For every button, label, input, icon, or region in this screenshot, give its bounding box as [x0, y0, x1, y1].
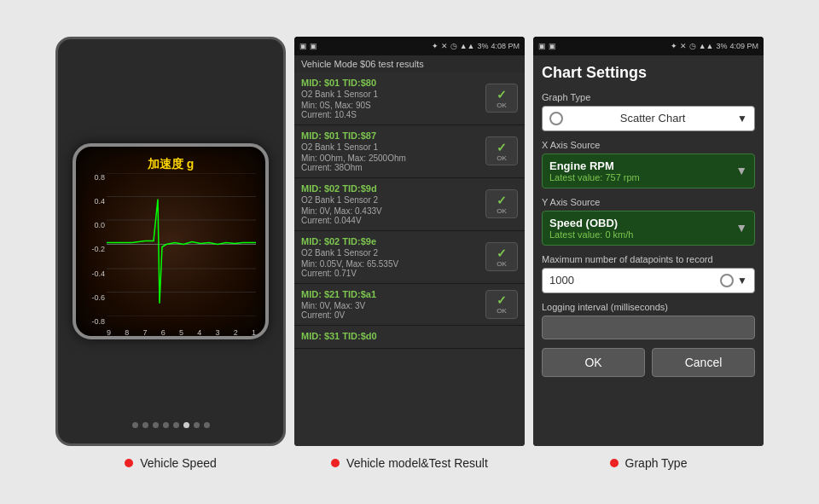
test-item-3-mid: MID: $02 TID:$9d	[301, 183, 480, 194]
x-axis-dropdown[interactable]: Engine RPM Latest value: 757 rpm ▼	[542, 154, 755, 188]
y-label-m02: -0.2	[91, 245, 105, 253]
ok-btn-3[interactable]: ✓ OK	[485, 189, 518, 218]
ok-btn-2[interactable]: ✓ OK	[485, 136, 518, 165]
y-label-m08: -0.8	[91, 317, 105, 326]
screen3-battery-text: 3%	[716, 42, 727, 50]
status-icon-2: ▣	[310, 42, 317, 50]
screen3-status-right: ✦ ✕ ◷ ▲▲ 3% 4:09 PM	[671, 42, 758, 50]
screen3-status-bar: ▣ ▣ ✦ ✕ ◷ ▲▲ 3% 4:09 PM	[533, 37, 764, 55]
caption-row: Vehicle Speed Vehicle model&Test Result …	[0, 449, 819, 477]
screen3-icon-2: ▣	[549, 42, 556, 50]
ok-label-4: OK	[497, 260, 507, 268]
graph-type-dropdown[interactable]: Scatter Chart ▼	[542, 106, 755, 131]
ok-check-3: ✓	[497, 194, 507, 207]
y-label-m06: -0.6	[91, 293, 105, 302]
max-datapoints-right: ▼	[720, 274, 747, 287]
main-container: 加速度 g 0.8 0.4 0.0 -0.2 -0.4 -0.6 -0.8	[0, 0, 819, 504]
y-label-08: 0.8	[94, 173, 105, 182]
test-item-5-values: Min: 0V, Max: 3VCurrent: 0V	[301, 301, 480, 320]
caption-2: Vehicle model&Test Result	[294, 456, 525, 470]
dot-5	[173, 422, 179, 428]
ok-check-4: ✓	[497, 246, 507, 260]
chart-settings-content: Chart Settings Graph Type Scatter Chart …	[533, 55, 764, 446]
test-item-4-sub: O2 Bank 1 Sensor 2	[301, 248, 480, 258]
test-item-2-sub: O2 Bank 1 Sensor 1	[301, 142, 480, 152]
graph-type-radio	[549, 112, 563, 125]
dot-7	[194, 422, 200, 428]
graph-type-label: Graph Type	[542, 92, 755, 102]
screens-row: 加速度 g 0.8 0.4 0.0 -0.2 -0.4 -0.6 -0.8	[0, 28, 819, 446]
test-item-1-left: MID: $01 TID:$80 O2 Bank 1 Sensor 1 Min:…	[301, 78, 480, 119]
battery-text: 3%	[477, 42, 488, 50]
screen3-wifi-icon: ✕	[680, 42, 687, 50]
ok-label-5: OK	[497, 307, 507, 315]
signal-icon: ▲▲	[460, 42, 475, 50]
test-item-6-left: MID: $31 TID:$d0	[301, 331, 518, 343]
screen2-test-result: ▣ ▣ ✦ ✕ ◷ ▲▲ 3% 4:08 PM Vehicle Mode $06…	[294, 37, 525, 446]
test-item-1: MID: $01 TID:$80 O2 Bank 1 Sensor 1 Min:…	[294, 72, 525, 125]
graph-type-value: Scatter Chart	[620, 112, 686, 125]
max-datapoints-value: 1000	[549, 274, 574, 287]
alarm-icon: ◷	[450, 42, 457, 50]
caption-text-3: Graph Type	[625, 456, 688, 470]
ok-check-5: ✓	[497, 293, 507, 307]
status-right: ✦ ✕ ◷ ▲▲ 3% 4:08 PM	[432, 42, 520, 50]
screen3-alarm-icon: ◷	[689, 42, 696, 50]
dot-4	[163, 422, 169, 428]
test-item-4: MID: $02 TID:$9e O2 Bank 1 Sensor 2 Min:…	[294, 231, 525, 284]
ok-btn-5[interactable]: ✓ OK	[485, 290, 518, 319]
test-item-3: MID: $02 TID:$9d O2 Bank 1 Sensor 2 Min:…	[294, 178, 525, 231]
chart-area: 0.8 0.4 0.0 -0.2 -0.4 -0.6 -0.8	[85, 173, 256, 327]
logging-interval-label: Logging interval (milliseconds)	[542, 302, 755, 312]
caption-text-2: Vehicle model&Test Result	[346, 456, 488, 470]
max-datapoints-label: Maximum number of datapoints to record	[542, 254, 755, 264]
max-datapoints-dropdown[interactable]: 1000 ▼	[542, 268, 755, 293]
max-datapoints-arrow-icon: ▼	[737, 275, 747, 287]
caption-text-1: Vehicle Speed	[140, 456, 217, 470]
test-item-2-mid: MID: $01 TID:$87	[301, 130, 480, 141]
screen3-bluetooth-icon: ✦	[671, 42, 677, 50]
caption-dot-1	[125, 459, 133, 467]
y-axis-dropdown[interactable]: Speed (OBD) Latest value: 0 km/h ▼	[542, 211, 755, 246]
caption-dot-2	[331, 459, 340, 467]
graph-type-arrow-icon: ▼	[737, 113, 747, 125]
chart-label: 加速度 g	[148, 157, 194, 172]
logging-interval-input[interactable]	[542, 316, 755, 339]
test-item-4-mid: MID: $02 TID:$9e	[301, 236, 480, 246]
chart-settings-title: Chart Settings	[542, 64, 755, 82]
test-item-6-mid: MID: $31 TID:$d0	[301, 331, 518, 341]
screen1-vehicle-speed: 加速度 g 0.8 0.4 0.0 -0.2 -0.4 -0.6 -0.8	[55, 37, 286, 446]
status-left-icons: ▣ ▣	[299, 42, 317, 50]
ok-check-2: ✓	[497, 141, 507, 154]
y-axis-arrow-icon: ▼	[735, 221, 747, 235]
ok-check-1: ✓	[497, 88, 507, 101]
ok-label-1: OK	[497, 101, 507, 109]
x-axis-arrow-icon: ▼	[735, 164, 747, 177]
y-axis-value: Speed (OBD)	[549, 217, 735, 229]
test-item-1-sub: O2 Bank 1 Sensor 1	[301, 90, 480, 99]
ok-label-2: OK	[497, 154, 507, 162]
test-item-2-left: MID: $01 TID:$87 O2 Bank 1 Sensor 1 Min:…	[301, 130, 480, 172]
max-datapoints-radio	[720, 274, 734, 287]
test-item-3-left: MID: $02 TID:$9d O2 Bank 1 Sensor 2 Min:…	[301, 183, 480, 225]
x-axis-labels: 9 8 7 6 5 4 3 2 1	[107, 328, 256, 337]
test-item-5-left: MID: $21 TID:$a1 Min: 0V, Max: 3VCurrent…	[301, 289, 480, 320]
ok-button[interactable]: OK	[542, 348, 645, 377]
test-result-header: Vehicle Mode $06 test results	[294, 55, 525, 72]
y-label-00: 0.0	[94, 221, 105, 229]
y-axis-label: Y Axis Source	[542, 197, 755, 207]
ok-btn-1[interactable]: ✓ OK	[485, 84, 518, 113]
test-item-2-values: Min: 0Ohm, Max: 2500OhmCurrent: 38Ohm	[301, 154, 480, 172]
test-item-5-mid: MID: $21 TID:$a1	[301, 289, 480, 299]
caption-dot-3	[610, 459, 619, 467]
speedometer-widget: 加速度 g 0.8 0.4 0.0 -0.2 -0.4 -0.6 -0.8	[73, 143, 269, 339]
x-axis-left: Engine RPM Latest value: 757 rpm	[549, 159, 735, 182]
x-axis-value: Engine RPM	[549, 159, 735, 172]
dot-3	[153, 422, 159, 428]
dot-1	[132, 422, 138, 428]
time-display: 4:08 PM	[491, 42, 520, 50]
ok-btn-4[interactable]: ✓ OK	[485, 242, 518, 271]
test-items-list: MID: $01 TID:$80 O2 Bank 1 Sensor 1 Min:…	[294, 72, 525, 446]
cancel-button[interactable]: Cancel	[652, 348, 755, 377]
y-label-m04: -0.4	[91, 269, 105, 278]
